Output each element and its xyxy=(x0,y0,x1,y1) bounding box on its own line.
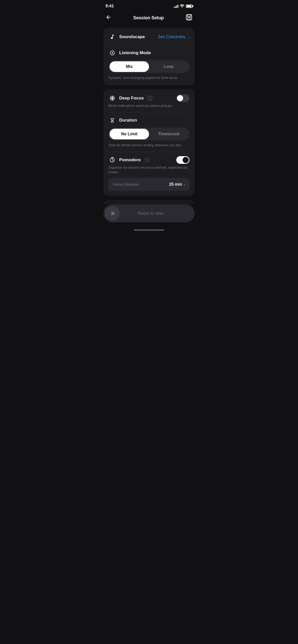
music-icon xyxy=(109,33,116,41)
focus-duration-row[interactable]: Focus Duration 25 min › xyxy=(109,178,189,191)
pomodoro-info-icon[interactable]: i xyxy=(145,158,150,162)
battery-icon xyxy=(186,5,193,8)
pomodoro-label: Pomodoro xyxy=(119,157,141,163)
wifi-icon xyxy=(180,4,184,8)
deep-focus-label: Deep Focus xyxy=(119,96,144,101)
deep-focus-subtitle: Block notifications and track phone pick… xyxy=(109,104,189,108)
home-indicator xyxy=(99,226,199,233)
status-time: 9:41 xyxy=(105,4,114,9)
loop-button[interactable]: Loop xyxy=(149,61,188,72)
deep-focus-row: Deep Focus i xyxy=(109,94,189,102)
focus-card: Deep Focus i Block notifications and tra… xyxy=(103,89,195,196)
focus-duration-label: Focus Duration xyxy=(113,182,139,186)
timeboxed-button[interactable]: Timeboxed xyxy=(149,129,188,139)
duration-header: Duration xyxy=(109,116,189,124)
listening-mode-header: Listening Mode xyxy=(109,49,189,57)
divider-2 xyxy=(109,112,189,112)
svg-rect-1 xyxy=(187,15,191,17)
home-bar xyxy=(134,229,164,231)
page-title: Session Setup xyxy=(133,15,164,21)
status-bar: 9:41 xyxy=(99,0,199,11)
duration-label: Duration xyxy=(119,118,137,123)
partial-card-hint xyxy=(103,200,195,204)
pomodoro-icon xyxy=(109,156,116,164)
header: Session Setup xyxy=(99,11,199,28)
listening-mode-label: Listening Mode xyxy=(119,50,151,55)
signal-icon xyxy=(174,4,178,8)
svg-rect-2 xyxy=(188,18,190,20)
svg-point-8 xyxy=(112,97,113,99)
svg-marker-4 xyxy=(112,52,113,54)
no-limit-button[interactable]: No Limit xyxy=(110,129,149,139)
pomodoro-subtitle: Organize my session into focus periods, … xyxy=(109,165,189,174)
focus-duration-value: 25 min › xyxy=(169,182,185,187)
soundscape-row[interactable]: Soundscape Zen Concentra.. › xyxy=(109,33,189,41)
swipe-handle[interactable] xyxy=(105,206,120,221)
soundscape-card: Soundscape Zen Concentra.. › Listening M… xyxy=(103,28,195,85)
listening-mode-description: Dynamic, ever-changing playlist for fres… xyxy=(109,76,189,80)
swipe-label: Swipe to start xyxy=(123,211,193,216)
back-button[interactable] xyxy=(104,13,113,22)
pomodoro-toggle[interactable] xyxy=(176,156,189,164)
divider-1 xyxy=(109,45,189,45)
soundscape-value: Zen Concentra.. xyxy=(158,35,187,39)
play-icon xyxy=(109,49,116,57)
swipe-bar[interactable]: Swipe to start xyxy=(103,204,195,222)
focus-duration-chevron: › xyxy=(184,182,185,187)
save-button[interactable] xyxy=(184,13,194,23)
deep-focus-info-icon[interactable]: i xyxy=(148,96,152,100)
listening-mode-toggle[interactable]: Mix Loop xyxy=(109,60,189,73)
hourglass-icon xyxy=(109,116,116,124)
soundscape-chevron: › xyxy=(188,35,189,39)
focus-duration-text: 25 min xyxy=(169,182,182,187)
pomodoro-row: Pomodoro i xyxy=(109,156,189,164)
duration-description: Start an infinite session ending wheneve… xyxy=(109,143,189,148)
deep-focus-toggle[interactable] xyxy=(176,94,189,102)
status-icons xyxy=(174,4,193,8)
crosshair-icon xyxy=(109,94,116,102)
duration-toggle[interactable]: No Limit Timeboxed xyxy=(109,128,189,140)
divider-3 xyxy=(109,152,189,152)
soundscape-label: Soundscape xyxy=(119,34,145,39)
mix-button[interactable]: Mix xyxy=(110,61,149,72)
